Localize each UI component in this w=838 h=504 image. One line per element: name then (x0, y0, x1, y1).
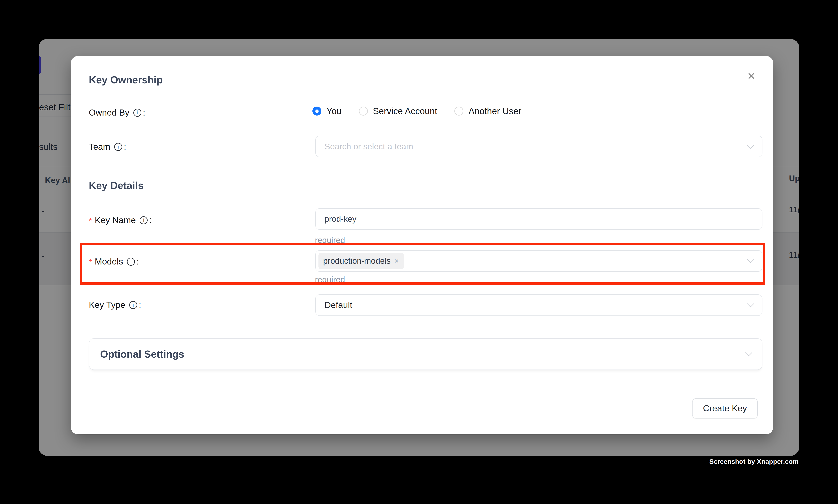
owned-by-label: Owned By i : (89, 107, 145, 118)
watermark-text: Screenshot by Xnapper.com (709, 458, 799, 465)
required-asterisk: * (89, 216, 92, 226)
radio-unselected-icon (454, 107, 463, 115)
create-key-button[interactable]: Create Key (692, 398, 758, 418)
owned-by-radio-group: You Service Account Another User (313, 106, 538, 116)
key-type-selected-value: Default (324, 300, 352, 310)
key-name-label-text: Key Name (95, 215, 136, 225)
chevron-down-icon (745, 349, 752, 356)
models-label: * Models i : (89, 256, 139, 267)
key-ownership-title: Key Ownership (89, 74, 163, 86)
info-icon[interactable]: i (114, 143, 122, 151)
team-select[interactable]: Search or select a team (315, 136, 763, 157)
team-select-placeholder: Search or select a team (324, 142, 413, 151)
key-name-validation-message: required (315, 236, 345, 245)
required-asterisk: * (89, 258, 92, 267)
radio-label: Service Account (373, 106, 438, 116)
close-button[interactable]: ✕ (743, 67, 760, 85)
radio-label: You (326, 106, 342, 116)
chevron-down-icon (747, 142, 754, 149)
info-icon[interactable]: i (127, 258, 135, 266)
colon: : (143, 108, 145, 118)
optional-settings-title: Optional Settings (100, 348, 184, 360)
colon: : (139, 300, 141, 310)
models-select[interactable]: production-models ✕ (315, 250, 763, 272)
key-type-label-text: Key Type (89, 300, 125, 310)
key-type-label: Key Type i : (89, 300, 141, 310)
owned-by-label-text: Owned By (89, 108, 129, 118)
key-name-input[interactable] (316, 209, 762, 229)
key-details-title: Key Details (89, 180, 143, 191)
radio-label: Another User (468, 106, 521, 116)
create-key-modal: ✕ Key Ownership Owned By i : You Service… (71, 56, 773, 434)
chevron-down-icon (747, 300, 754, 307)
info-icon[interactable]: i (140, 216, 148, 224)
tag-remove-icon[interactable]: ✕ (394, 258, 399, 265)
close-icon: ✕ (747, 71, 755, 81)
colon: : (149, 215, 152, 225)
info-icon[interactable]: i (133, 109, 141, 117)
colon: : (137, 256, 139, 267)
models-tag: production-models ✕ (318, 253, 404, 269)
team-label: Team i : (89, 141, 126, 152)
optional-settings-header[interactable]: Optional Settings (89, 338, 763, 370)
radio-selected-icon (313, 107, 321, 115)
info-icon[interactable]: i (129, 301, 137, 309)
radio-option-you[interactable]: You (313, 106, 342, 116)
key-type-select[interactable]: Default (315, 294, 763, 316)
models-label-text: Models (95, 256, 123, 267)
team-label-text: Team (89, 142, 110, 152)
screenshot-canvas: eset Filt sults Key Alia Up - 11/ - 11/ … (0, 0, 838, 504)
colon: : (124, 142, 126, 152)
key-name-label: * Key Name i : (89, 215, 152, 226)
models-validation-message: required (315, 275, 345, 284)
radio-unselected-icon (359, 107, 368, 115)
key-name-field (315, 208, 763, 230)
models-tag-label: production-models (323, 256, 391, 266)
chevron-down-icon (747, 256, 754, 263)
radio-option-service-account[interactable]: Service Account (359, 106, 438, 116)
radio-option-another-user[interactable]: Another User (454, 106, 521, 116)
